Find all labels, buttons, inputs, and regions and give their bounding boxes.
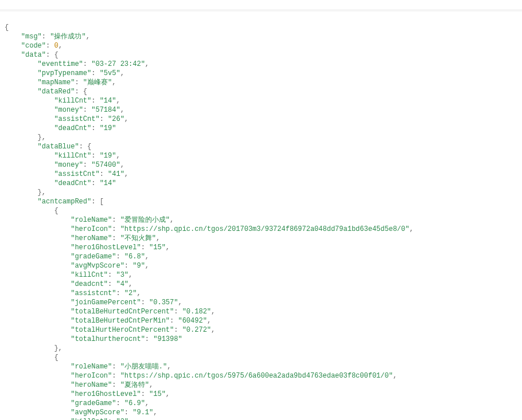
json-pretty-output: { "msg": "操作成功", "code": 0, "data": { "e… (5, 23, 517, 420)
top-divider (0, 9, 522, 11)
